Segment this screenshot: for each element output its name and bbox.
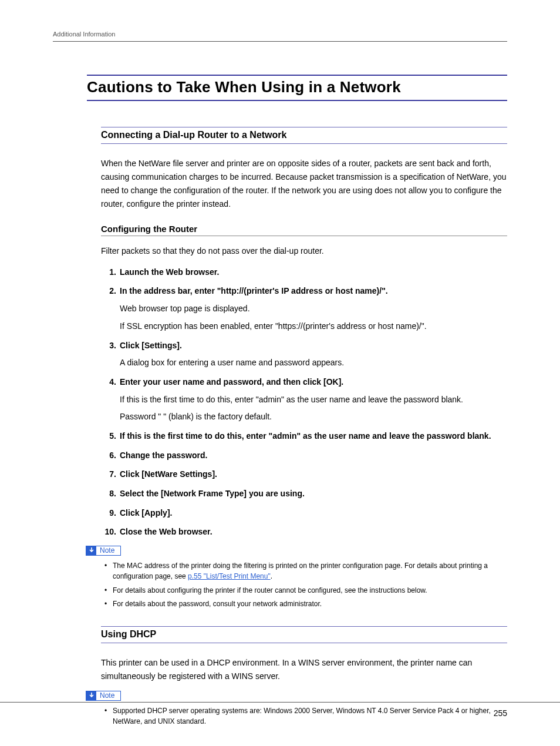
note-label-text: Note: [100, 691, 114, 700]
step-head: Close the Web browser.: [120, 527, 212, 536]
note-item: For details about configuring the printe…: [113, 585, 507, 596]
header-breadcrumb: Additional Information: [53, 31, 507, 38]
step-item: Close the Web browser.: [101, 526, 507, 539]
section-heading-wrap: Connecting a Dial-up Router to a Network: [101, 127, 507, 144]
step-head: In the address bar, enter "http://(print…: [120, 286, 388, 295]
document-page: Additional Information Cautions to Take …: [0, 0, 560, 746]
note-label: Note: [86, 546, 121, 556]
subsection-heading-wrap: Configuring the Router: [101, 224, 507, 236]
section-heading-wrap: Using DHCP: [101, 626, 507, 643]
step-item: Launch the Web browser.: [101, 266, 507, 279]
step-item: Click [Settings]. A dialog box for enter…: [101, 340, 507, 369]
section2-paragraph: This printer can be used in a DHCP envir…: [101, 656, 507, 683]
arrow-down-icon: [86, 546, 96, 556]
step-item: Enter your user name and password, and t…: [101, 376, 507, 424]
step-head: Change the password.: [120, 451, 207, 460]
step-item: Select the [Network Frame Type] you are …: [101, 488, 507, 500]
subsection-heading-router: Configuring the Router: [101, 224, 507, 234]
step-item: If this is the first time to do this, en…: [101, 430, 507, 443]
step-item: Click [Apply].: [101, 507, 507, 520]
note-text-post: .: [271, 572, 272, 580]
note-item: Supported DHCP server operating systems …: [113, 705, 507, 727]
section-heading-dialup: Connecting a Dial-up Router to a Network: [101, 130, 507, 140]
step-item: In the address bar, enter "http://(print…: [101, 285, 507, 332]
step-sub: Password " " (blank) is the factory defa…: [120, 411, 507, 424]
step-head: Click [Settings].: [120, 341, 182, 350]
section-heading-dhcp: Using DHCP: [101, 629, 507, 640]
note-label-text: Note: [100, 546, 114, 555]
step-sub: A dialog box for entering a user name an…: [120, 357, 507, 369]
step-item: Click [NetWare Settings].: [101, 468, 507, 481]
step-head: Click [NetWare Settings].: [120, 469, 217, 479]
step-head: Click [Apply].: [120, 508, 172, 518]
step-head: Select the [Network Frame Type] you are …: [120, 489, 305, 498]
bottom-divider: [0, 702, 560, 703]
subsection-intro: Filter packets so that they do not pass …: [101, 244, 507, 257]
step-head: Enter your user name and password, and t…: [120, 377, 343, 387]
note-item: For details about the password, consult …: [113, 599, 507, 610]
top-divider: [53, 41, 507, 42]
step-sub: If this is the first time to do this, en…: [120, 394, 507, 406]
note-item: The MAC address of the printer doing the…: [113, 560, 507, 582]
cross-reference-link[interactable]: p.55 "List/Test Print Menu": [188, 572, 271, 580]
step-head: Launch the Web browser.: [120, 267, 219, 277]
step-sub: Web browser top page is displayed.: [120, 303, 507, 315]
note-list-1: The MAC address of the printer doing the…: [101, 560, 507, 610]
page-title-wrap: Cautions to Take When Using in a Network: [87, 75, 507, 101]
note-list-2: Supported DHCP server operating systems …: [101, 705, 507, 727]
section1-paragraph: When the NetWare file server and printer…: [101, 157, 507, 211]
page-title: Cautions to Take When Using in a Network: [87, 78, 507, 96]
steps-list: Launch the Web browser. In the address b…: [101, 266, 507, 539]
page-number: 255: [494, 708, 507, 718]
arrow-down-icon: [86, 691, 96, 701]
note-label: Note: [86, 691, 121, 701]
step-head: If this is the first time to do this, en…: [120, 431, 491, 441]
note-text-pre: The MAC address of the printer doing the…: [113, 562, 488, 581]
step-sub: If SSL encryption has been enabled, ente…: [120, 320, 507, 333]
step-item: Change the password.: [101, 449, 507, 462]
